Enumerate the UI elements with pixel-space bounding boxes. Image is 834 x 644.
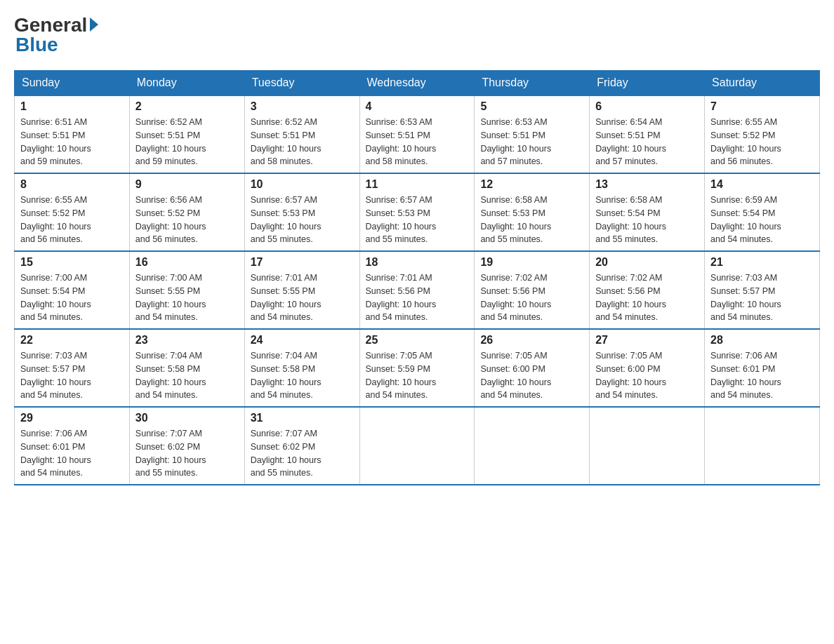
week-row-2: 8Sunrise: 6:55 AMSunset: 5:52 PMDaylight… [15,173,820,251]
week-row-5: 29Sunrise: 7:06 AMSunset: 6:01 PMDayligh… [15,407,820,485]
day-info: Sunrise: 7:03 AMSunset: 5:57 PMDaylight:… [710,271,814,324]
day-info: Sunrise: 7:02 AMSunset: 5:56 PMDaylight:… [595,271,699,324]
calendar-cell: 9Sunrise: 6:56 AMSunset: 5:52 PMDaylight… [129,173,244,251]
calendar-cell: 24Sunrise: 7:04 AMSunset: 5:58 PMDayligh… [244,329,359,407]
calendar-cell: 19Sunrise: 7:02 AMSunset: 5:56 PMDayligh… [475,251,590,329]
calendar-cell: 31Sunrise: 7:07 AMSunset: 6:02 PMDayligh… [244,407,359,485]
header-monday: Monday [129,71,244,96]
day-number: 19 [480,256,583,269]
header-tuesday: Tuesday [244,71,359,96]
week-row-4: 22Sunrise: 7:03 AMSunset: 5:57 PMDayligh… [15,329,820,407]
day-info: Sunrise: 6:59 AMSunset: 5:54 PMDaylight:… [710,194,814,246]
day-info: Sunrise: 6:51 AMSunset: 5:51 PMDaylight:… [20,116,124,168]
calendar-cell: 4Sunrise: 6:53 AMSunset: 5:51 PMDaylight… [359,95,475,173]
day-number: 12 [480,178,583,191]
day-number: 29 [20,412,124,424]
day-number: 9 [135,178,239,191]
header-friday: Friday [590,71,705,96]
logo-blue-text: Blue [15,34,58,56]
calendar-cell: 21Sunrise: 7:03 AMSunset: 5:57 PMDayligh… [705,251,820,329]
day-info: Sunrise: 7:01 AMSunset: 5:56 PMDaylight:… [366,271,469,324]
week-row-1: 1Sunrise: 6:51 AMSunset: 5:51 PMDaylight… [15,95,820,173]
calendar-cell: 26Sunrise: 7:05 AMSunset: 6:00 PMDayligh… [475,329,590,407]
calendar-cell: 1Sunrise: 6:51 AMSunset: 5:51 PMDaylight… [15,95,130,173]
day-info: Sunrise: 6:53 AMSunset: 5:51 PMDaylight:… [366,116,469,168]
header-wednesday: Wednesday [359,71,475,96]
day-number: 4 [366,100,469,113]
day-number: 15 [20,256,124,269]
calendar-cell [590,407,705,485]
calendar-cell: 7Sunrise: 6:55 AMSunset: 5:52 PMDaylight… [705,95,820,173]
logo-arrow-icon [90,18,98,32]
calendar-cell: 23Sunrise: 7:04 AMSunset: 5:58 PMDayligh… [129,329,244,407]
calendar-cell: 29Sunrise: 7:06 AMSunset: 6:01 PMDayligh… [15,407,130,485]
day-info: Sunrise: 7:00 AMSunset: 5:55 PMDaylight:… [135,271,239,324]
day-info: Sunrise: 6:58 AMSunset: 5:53 PMDaylight:… [480,194,583,246]
day-info: Sunrise: 7:07 AMSunset: 6:02 PMDaylight:… [135,427,239,480]
calendar-cell [475,407,590,485]
calendar-cell: 6Sunrise: 6:54 AMSunset: 5:51 PMDaylight… [590,95,705,173]
calendar-cell: 28Sunrise: 7:06 AMSunset: 6:01 PMDayligh… [705,329,820,407]
day-info: Sunrise: 7:05 AMSunset: 5:59 PMDaylight:… [366,349,469,402]
day-number: 30 [135,412,239,424]
day-info: Sunrise: 7:04 AMSunset: 5:58 PMDaylight:… [135,349,239,402]
day-info: Sunrise: 6:53 AMSunset: 5:51 PMDaylight:… [480,116,583,168]
day-info: Sunrise: 6:57 AMSunset: 5:53 PMDaylight:… [251,194,354,246]
logo: General Blue [14,14,98,56]
calendar-cell [705,407,820,485]
day-info: Sunrise: 7:00 AMSunset: 5:54 PMDaylight:… [20,271,124,324]
day-info: Sunrise: 7:06 AMSunset: 6:01 PMDaylight:… [20,427,124,480]
day-number: 18 [366,256,469,269]
day-number: 11 [366,178,469,191]
day-info: Sunrise: 6:58 AMSunset: 5:54 PMDaylight:… [595,194,699,246]
day-number: 17 [251,256,354,269]
day-info: Sunrise: 7:02 AMSunset: 5:56 PMDaylight:… [480,271,583,324]
calendar-cell: 30Sunrise: 7:07 AMSunset: 6:02 PMDayligh… [129,407,244,485]
day-number: 23 [135,334,239,347]
day-info: Sunrise: 7:05 AMSunset: 6:00 PMDaylight:… [480,349,583,402]
day-number: 7 [710,100,814,113]
day-info: Sunrise: 7:03 AMSunset: 5:57 PMDaylight:… [20,349,124,402]
day-number: 24 [251,334,354,347]
day-number: 28 [710,334,814,347]
day-number: 20 [595,256,699,269]
day-number: 1 [20,100,124,113]
day-info: Sunrise: 6:57 AMSunset: 5:53 PMDaylight:… [366,194,469,246]
calendar-cell: 11Sunrise: 6:57 AMSunset: 5:53 PMDayligh… [359,173,475,251]
calendar-cell: 3Sunrise: 6:52 AMSunset: 5:51 PMDaylight… [244,95,359,173]
day-number: 27 [595,334,699,347]
day-number: 10 [251,178,354,191]
calendar-cell: 20Sunrise: 7:02 AMSunset: 5:56 PMDayligh… [590,251,705,329]
calendar-cell [359,407,475,485]
calendar-cell: 22Sunrise: 7:03 AMSunset: 5:57 PMDayligh… [15,329,130,407]
day-number: 8 [20,178,124,191]
day-info: Sunrise: 7:06 AMSunset: 6:01 PMDaylight:… [710,349,814,402]
day-info: Sunrise: 6:55 AMSunset: 5:52 PMDaylight:… [710,116,814,168]
calendar-cell: 14Sunrise: 6:59 AMSunset: 5:54 PMDayligh… [705,173,820,251]
calendar-cell: 16Sunrise: 7:00 AMSunset: 5:55 PMDayligh… [129,251,244,329]
calendar-cell: 27Sunrise: 7:05 AMSunset: 6:00 PMDayligh… [590,329,705,407]
calendar-cell: 15Sunrise: 7:00 AMSunset: 5:54 PMDayligh… [15,251,130,329]
day-info: Sunrise: 6:52 AMSunset: 5:51 PMDaylight:… [135,116,239,168]
calendar-cell: 12Sunrise: 6:58 AMSunset: 5:53 PMDayligh… [475,173,590,251]
day-number: 22 [20,334,124,347]
day-info: Sunrise: 6:55 AMSunset: 5:52 PMDaylight:… [20,194,124,246]
header-sunday: Sunday [15,71,130,96]
day-number: 26 [480,334,583,347]
header-thursday: Thursday [475,71,590,96]
day-number: 31 [251,412,354,424]
day-info: Sunrise: 6:54 AMSunset: 5:51 PMDaylight:… [595,116,699,168]
day-info: Sunrise: 7:05 AMSunset: 6:00 PMDaylight:… [595,349,699,402]
day-number: 21 [710,256,814,269]
day-info: Sunrise: 7:07 AMSunset: 6:02 PMDaylight:… [251,427,354,480]
header-saturday: Saturday [705,71,820,96]
calendar-table: SundayMondayTuesdayWednesdayThursdayFrid… [14,70,820,485]
day-info: Sunrise: 7:04 AMSunset: 5:58 PMDaylight:… [251,349,354,402]
day-number: 5 [480,100,583,113]
day-number: 14 [710,178,814,191]
calendar-cell: 18Sunrise: 7:01 AMSunset: 5:56 PMDayligh… [359,251,475,329]
calendar-cell: 13Sunrise: 6:58 AMSunset: 5:54 PMDayligh… [590,173,705,251]
day-number: 25 [366,334,469,347]
week-row-3: 15Sunrise: 7:00 AMSunset: 5:54 PMDayligh… [15,251,820,329]
calendar-cell: 5Sunrise: 6:53 AMSunset: 5:51 PMDaylight… [475,95,590,173]
